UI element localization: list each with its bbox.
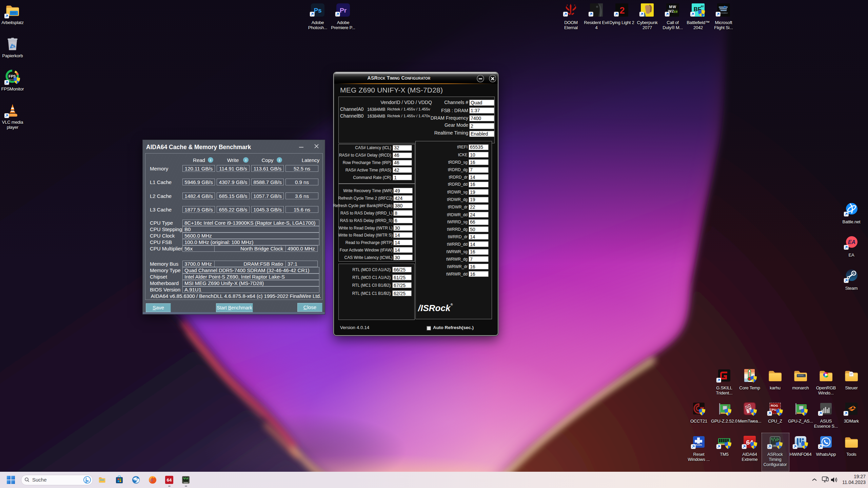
svg-text:64: 64 (167, 477, 172, 483)
svg-text:ROG: ROG (771, 404, 778, 407)
svg-text:i: i (210, 158, 211, 162)
svg-text:2.0: 2.0 (674, 10, 678, 13)
svg-text:YEARS: YEARS (695, 444, 702, 446)
svg-text:MW: MW (669, 5, 676, 9)
svg-text:FPS: FPS (8, 74, 16, 78)
svg-text:i: i (245, 158, 246, 162)
svg-text:i: i (279, 158, 280, 162)
svg-text:Ps: Ps (314, 7, 321, 14)
svg-text:EA: EA (848, 239, 855, 245)
svg-text:Pr: Pr (340, 7, 347, 14)
svg-text:42: 42 (701, 5, 704, 8)
svg-text:Simulator: Simulator (719, 12, 728, 14)
svg-text:2: 2 (619, 5, 625, 16)
